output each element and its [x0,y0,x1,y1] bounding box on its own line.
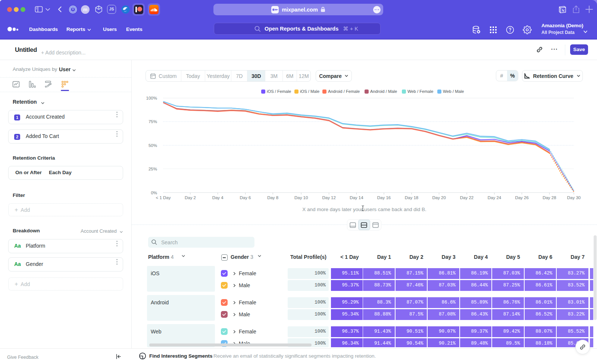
svg-text:25%: 25% [149,167,157,171]
svg-text:Day 6: Day 6 [240,195,251,200]
svg-text:N: N [562,8,565,13]
svg-text:Day 18: Day 18 [405,195,418,200]
svg-text:Day 22: Day 22 [460,195,473,200]
svg-text:Day 20: Day 20 [432,195,446,200]
svg-text:Day 2: Day 2 [185,195,196,200]
svg-text:100%: 100% [146,96,157,100]
svg-text:Day 26: Day 26 [515,195,528,200]
svg-text:< 1 Day: < 1 Day [156,195,171,200]
svg-text:Day 10: Day 10 [294,195,308,200]
svg-text:75%: 75% [149,119,157,124]
svg-text:Day 16: Day 16 [377,195,391,200]
svg-text:Day 30: Day 30 [567,195,581,200]
svg-text:0%: 0% [151,191,157,195]
svg-text:Day 28: Day 28 [543,195,556,200]
svg-text:Day 4: Day 4 [212,195,224,200]
svg-text:50%: 50% [149,143,157,148]
svg-text:Day 8: Day 8 [267,195,278,200]
svg-text:Day 24: Day 24 [488,195,501,200]
svg-text:Day 14: Day 14 [350,195,363,200]
svg-text:Day 12: Day 12 [322,195,335,200]
